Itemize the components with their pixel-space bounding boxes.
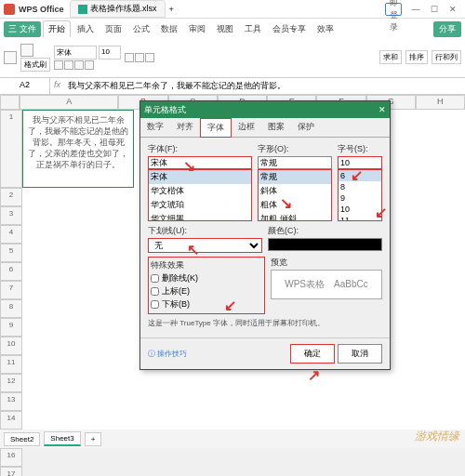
- app-name: WPS Office: [19, 5, 64, 14]
- menu-view[interactable]: 视图: [212, 21, 238, 37]
- tab-protect[interactable]: 保护: [291, 118, 321, 137]
- formula-bar: A2 fx 我与父亲不相见已二年余了，我最不能忘记的是他的背影。: [0, 78, 465, 95]
- row-8[interactable]: 8: [0, 299, 22, 318]
- strike-check[interactable]: 删除线(K): [151, 272, 262, 284]
- col-A[interactable]: A: [20, 95, 118, 110]
- size-select[interactable]: 10: [99, 46, 121, 60]
- fx-icon[interactable]: fx: [50, 78, 64, 94]
- color-label: 颜色(C):: [268, 225, 382, 237]
- cut-icon[interactable]: [20, 44, 33, 57]
- align-r-icon[interactable]: [145, 53, 154, 62]
- font-label: 字体(F):: [148, 143, 252, 155]
- row-10[interactable]: 10: [0, 337, 22, 355]
- menu-review[interactable]: 审阅: [184, 21, 210, 37]
- file-menu[interactable]: 三 文件: [4, 21, 41, 37]
- row-3[interactable]: 3: [0, 206, 22, 225]
- row-14[interactable]: 14: [0, 411, 22, 430]
- row-17[interactable]: 17: [0, 467, 22, 476]
- size-label: 字号(S):: [338, 143, 382, 155]
- share-button[interactable]: 分享: [433, 21, 461, 37]
- sum-button[interactable]: 求和: [379, 50, 402, 64]
- tab-align[interactable]: 对齐: [170, 118, 200, 137]
- name-box[interactable]: A2: [0, 78, 50, 94]
- menu-insert[interactable]: 插入: [73, 21, 99, 37]
- menu-vip[interactable]: 会员专享: [268, 21, 311, 37]
- row-7[interactable]: 7: [0, 281, 22, 299]
- menu-formula[interactable]: 公式: [128, 21, 154, 37]
- paste-icon[interactable]: [4, 51, 17, 64]
- rowcol-button[interactable]: 行和列: [432, 50, 461, 64]
- tab-add[interactable]: +: [85, 432, 102, 446]
- tab-number[interactable]: 数字: [140, 118, 170, 137]
- dialog-titlebar[interactable]: 单元格格式 ✕: [140, 101, 390, 118]
- add-tab-icon[interactable]: +: [169, 5, 174, 14]
- style-input[interactable]: [258, 156, 332, 169]
- formula-content[interactable]: 我与父亲不相见已二年余了，我最不能忘记的是他的背影。: [64, 78, 465, 94]
- menu-data[interactable]: 数据: [156, 21, 182, 37]
- tab-font[interactable]: 字体: [200, 118, 232, 138]
- maximize-icon[interactable]: ☐: [426, 3, 443, 16]
- login-button[interactable]: 立即登录: [385, 3, 402, 16]
- dialog-tabs: 数字 对齐 字体 边框 图案 保护: [140, 118, 390, 138]
- menu-page[interactable]: 页面: [100, 21, 126, 37]
- menu-eff[interactable]: 效率: [312, 21, 339, 37]
- file-name: 表格操作练题.xlsx: [90, 3, 157, 15]
- row-5[interactable]: 5: [0, 244, 22, 262]
- minimize-icon[interactable]: —: [407, 3, 424, 16]
- font-tip: 这是一种 TrueType 字体，同时适用于屏幕和打印机。: [148, 318, 382, 328]
- font-input[interactable]: [148, 156, 252, 169]
- row-2[interactable]: 2: [0, 188, 22, 206]
- ribbon: 格式刷 宋体10 求和 排序 行和列: [0, 37, 465, 78]
- row-13[interactable]: 13: [0, 392, 22, 411]
- underline-icon[interactable]: [74, 60, 84, 70]
- row-4[interactable]: 4: [0, 225, 22, 244]
- style-label: 字形(O):: [258, 143, 332, 155]
- underline-select[interactable]: 无: [148, 238, 262, 253]
- sup-check[interactable]: 上标(E): [151, 285, 262, 298]
- underline-label: 下划线(U):: [148, 225, 262, 237]
- menu-tools[interactable]: 工具: [240, 21, 266, 37]
- titlebar: WPS Office 表格操作练题.xlsx + 立即登录 — ☐ ✕: [0, 0, 465, 19]
- color-icon[interactable]: [85, 60, 94, 70]
- font-select[interactable]: 宋体: [54, 46, 97, 60]
- style-list[interactable]: 常规斜体粗体加粗 倾斜: [258, 169, 332, 221]
- font-list[interactable]: 宋体华文楷体华文琥珀华文细黑华文行楷华文隶书宋体: [148, 169, 252, 221]
- app-logo-icon: [4, 4, 15, 15]
- tab-sheet2[interactable]: Sheet2: [4, 432, 40, 446]
- align-l-icon[interactable]: [125, 53, 134, 62]
- row-16[interactable]: 16: [0, 448, 22, 467]
- size-input[interactable]: [338, 156, 382, 169]
- dialog-title: 单元格格式: [144, 104, 186, 116]
- file-tab[interactable]: 表格操作练题.xlsx: [70, 0, 166, 18]
- bold-icon[interactable]: [54, 60, 63, 70]
- help-link[interactable]: ⓘ 操作技巧: [148, 349, 187, 359]
- menu-home[interactable]: 开始: [43, 20, 71, 37]
- watermark: 游戏情缘: [415, 429, 459, 444]
- color-select[interactable]: [268, 238, 382, 251]
- cancel-button[interactable]: 取消: [338, 344, 382, 364]
- row-1[interactable]: 1: [0, 110, 22, 188]
- close-icon[interactable]: ✕: [445, 3, 461, 16]
- select-all-corner[interactable]: [0, 95, 20, 110]
- format-painter[interactable]: 格式刷: [20, 58, 50, 72]
- tab-border[interactable]: 边框: [232, 118, 261, 137]
- row-11[interactable]: 11: [0, 355, 22, 374]
- sub-check[interactable]: 下标(B): [151, 298, 262, 311]
- spreadsheet-icon: [78, 5, 87, 14]
- align-c-icon[interactable]: [135, 53, 144, 62]
- tab-sheet3[interactable]: Sheet3: [44, 431, 80, 446]
- row-9[interactable]: 9: [0, 318, 22, 337]
- sort-button[interactable]: 排序: [405, 50, 428, 64]
- row-12[interactable]: 12: [0, 374, 22, 392]
- preview-label: 预览: [271, 257, 382, 269]
- tab-pattern[interactable]: 图案: [261, 118, 291, 137]
- dialog-close-icon[interactable]: ✕: [379, 105, 386, 114]
- effects-label: 特殊效果: [151, 259, 262, 271]
- col-H[interactable]: H: [416, 95, 465, 110]
- row-6[interactable]: 6: [0, 262, 22, 281]
- ok-button[interactable]: 确定: [290, 344, 335, 364]
- preview-box: WPS表格 AaBbCc: [271, 270, 382, 299]
- size-list[interactable]: 689101112: [338, 169, 382, 221]
- cell-A1[interactable]: 我与父亲不相见已二年余了，我最不能忘记的是他的背影。那年冬天，祖母死了，父亲的差…: [22, 110, 134, 188]
- italic-icon[interactable]: [64, 60, 73, 70]
